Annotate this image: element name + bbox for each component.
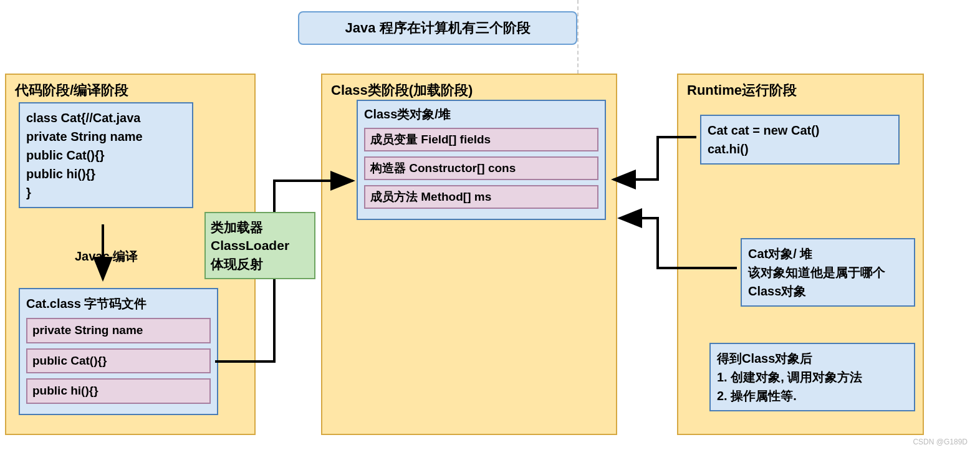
watermark: CSDN @G189D: [913, 438, 968, 446]
bytecode-item: private String name: [26, 318, 211, 343]
runtime-heap-text: Cat对象/ 堆 该对象知道他是属于哪个Class对象: [748, 244, 908, 300]
stage3-title: Runtime运行阶段: [687, 81, 914, 100]
diagram-title: Java 程序在计算机有三个阶段: [298, 11, 577, 45]
class-heap-title: Class类对象/堆: [364, 106, 598, 123]
source-code-box: class Cat{//Cat.java private String name…: [19, 102, 193, 208]
heap-item: 成员方法 Method[] ms: [364, 185, 598, 209]
javac-label: Javac 编译: [75, 248, 138, 265]
heap-item: 成员变量 Field[] fields: [364, 128, 598, 151]
runtime-after-box: 得到Class对象后 1. 创建对象, 调用对象方法 2. 操作属性等.: [709, 343, 915, 411]
bytecode-item: public Cat(){}: [26, 348, 211, 374]
stage2-title: Class类阶段(加载阶段): [331, 81, 607, 100]
runtime-heap-box: Cat对象/ 堆 该对象知道他是属于哪个Class对象: [741, 238, 915, 307]
stage1-title: 代码阶段/编译阶段: [15, 81, 246, 100]
runtime-code-box: Cat cat = new Cat() cat.hi(): [700, 115, 900, 165]
stage-class-load: Class类阶段(加载阶段) Class类对象/堆 成员变量 Field[] f…: [321, 74, 617, 435]
runtime-code: Cat cat = new Cat() cat.hi(): [708, 121, 892, 158]
heap-item: 构造器 Constructor[] cons: [364, 156, 598, 180]
dashed-divider: [577, 0, 579, 74]
bytecode-item: public hi(){}: [26, 378, 211, 404]
class-heap-box: Class类对象/堆 成员变量 Field[] fields 构造器 Const…: [357, 100, 606, 220]
classloader-text: 类加载器 ClassLoader 体现反射: [211, 218, 309, 273]
source-code: class Cat{//Cat.java private String name…: [26, 108, 186, 202]
runtime-after-text: 得到Class对象后 1. 创建对象, 调用对象方法 2. 操作属性等.: [717, 349, 908, 405]
bytecode-box: Cat.class 字节码文件 private String name publ…: [19, 288, 218, 415]
stage-runtime: Runtime运行阶段 Cat cat = new Cat() cat.hi()…: [677, 74, 924, 435]
classloader-box: 类加载器 ClassLoader 体现反射: [204, 212, 315, 279]
bytecode-title: Cat.class 字节码文件: [26, 294, 211, 313]
